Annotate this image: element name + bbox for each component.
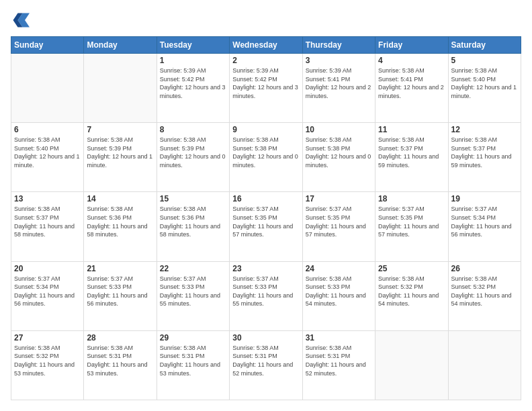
day-info: Sunrise: 5:37 AM Sunset: 5:34 PM Dayligh…	[451, 205, 518, 238]
day-info: Sunrise: 5:37 AM Sunset: 5:33 PM Dayligh…	[232, 275, 299, 308]
calendar-cell: 15Sunrise: 5:38 AM Sunset: 5:36 PM Dayli…	[157, 192, 229, 261]
day-number: 21	[87, 264, 153, 273]
day-info: Sunrise: 5:38 AM Sunset: 5:39 PM Dayligh…	[87, 136, 153, 169]
calendar-cell: 3Sunrise: 5:39 AM Sunset: 5:41 PM Daylig…	[302, 54, 375, 123]
day-number: 19	[451, 194, 518, 203]
day-info: Sunrise: 5:38 AM Sunset: 5:31 PM Dayligh…	[232, 344, 299, 377]
calendar-cell: 4Sunrise: 5:38 AM Sunset: 5:41 PM Daylig…	[375, 54, 448, 123]
week-row-4: 20Sunrise: 5:37 AM Sunset: 5:34 PM Dayli…	[11, 261, 521, 330]
day-number: 29	[160, 333, 226, 342]
calendar-cell: 28Sunrise: 5:38 AM Sunset: 5:31 PM Dayli…	[84, 330, 157, 400]
calendar-cell: 9Sunrise: 5:38 AM Sunset: 5:38 PM Daylig…	[230, 123, 302, 192]
day-info: Sunrise: 5:38 AM Sunset: 5:41 PM Dayligh…	[378, 66, 445, 100]
calendar-cell: 12Sunrise: 5:38 AM Sunset: 5:37 PM Dayli…	[448, 123, 521, 192]
day-number: 2	[232, 56, 299, 65]
day-number: 28	[87, 333, 153, 342]
calendar-cell	[375, 330, 448, 400]
calendar-cell: 27Sunrise: 5:38 AM Sunset: 5:32 PM Dayli…	[11, 330, 84, 400]
calendar-cell: 23Sunrise: 5:37 AM Sunset: 5:33 PM Dayli…	[230, 261, 302, 330]
day-info: Sunrise: 5:37 AM Sunset: 5:35 PM Dayligh…	[306, 205, 372, 238]
day-info: Sunrise: 5:38 AM Sunset: 5:31 PM Dayligh…	[87, 344, 153, 377]
calendar-cell: 26Sunrise: 5:38 AM Sunset: 5:32 PM Dayli…	[448, 261, 521, 330]
day-info: Sunrise: 5:38 AM Sunset: 5:33 PM Dayligh…	[306, 275, 372, 308]
day-number: 9	[232, 125, 299, 134]
day-number: 8	[160, 125, 226, 134]
day-number: 18	[378, 194, 445, 203]
calendar-cell	[84, 54, 157, 123]
day-number: 26	[451, 264, 518, 273]
calendar-cell: 24Sunrise: 5:38 AM Sunset: 5:33 PM Dayli…	[302, 261, 375, 330]
day-info: Sunrise: 5:39 AM Sunset: 5:42 PM Dayligh…	[232, 66, 299, 100]
day-info: Sunrise: 5:38 AM Sunset: 5:37 PM Dayligh…	[378, 136, 445, 169]
calendar-cell: 25Sunrise: 5:38 AM Sunset: 5:32 PM Dayli…	[375, 261, 448, 330]
page: SundayMondayTuesdayWednesdayThursdayFrid…	[0, 0, 532, 411]
day-info: Sunrise: 5:38 AM Sunset: 5:39 PM Dayligh…	[160, 136, 226, 169]
day-number: 1	[160, 56, 226, 65]
day-info: Sunrise: 5:37 AM Sunset: 5:35 PM Dayligh…	[232, 205, 299, 238]
week-row-5: 27Sunrise: 5:38 AM Sunset: 5:32 PM Dayli…	[11, 330, 521, 400]
top-section	[11, 11, 521, 30]
day-info: Sunrise: 5:38 AM Sunset: 5:32 PM Dayligh…	[451, 275, 518, 308]
calendar-cell: 19Sunrise: 5:37 AM Sunset: 5:34 PM Dayli…	[448, 192, 521, 261]
calendar-table: SundayMondayTuesdayWednesdayThursdayFrid…	[11, 36, 521, 400]
calendar-cell: 1Sunrise: 5:39 AM Sunset: 5:42 PM Daylig…	[157, 54, 229, 123]
day-info: Sunrise: 5:38 AM Sunset: 5:37 PM Dayligh…	[14, 205, 81, 238]
day-number: 22	[160, 264, 226, 273]
day-info: Sunrise: 5:38 AM Sunset: 5:32 PM Dayligh…	[14, 344, 81, 377]
calendar-cell: 17Sunrise: 5:37 AM Sunset: 5:35 PM Dayli…	[302, 192, 375, 261]
day-info: Sunrise: 5:37 AM Sunset: 5:34 PM Dayligh…	[14, 275, 81, 308]
day-info: Sunrise: 5:38 AM Sunset: 5:37 PM Dayligh…	[451, 136, 518, 169]
day-info: Sunrise: 5:38 AM Sunset: 5:32 PM Dayligh…	[378, 275, 445, 308]
day-number: 14	[87, 194, 153, 203]
day-number: 11	[378, 125, 445, 134]
week-row-1: 1Sunrise: 5:39 AM Sunset: 5:42 PM Daylig…	[11, 54, 521, 123]
calendar-cell: 6Sunrise: 5:38 AM Sunset: 5:40 PM Daylig…	[11, 123, 84, 192]
calendar-cell: 31Sunrise: 5:38 AM Sunset: 5:31 PM Dayli…	[302, 330, 375, 400]
day-info: Sunrise: 5:37 AM Sunset: 5:33 PM Dayligh…	[160, 275, 226, 308]
weekday-header-monday: Monday	[84, 37, 157, 54]
weekday-header-friday: Friday	[375, 37, 448, 54]
day-number: 3	[306, 56, 372, 65]
day-number: 10	[306, 125, 372, 134]
day-number: 25	[378, 264, 445, 273]
day-number: 17	[306, 194, 372, 203]
day-info: Sunrise: 5:38 AM Sunset: 5:36 PM Dayligh…	[160, 205, 226, 238]
day-info: Sunrise: 5:39 AM Sunset: 5:41 PM Dayligh…	[306, 66, 372, 100]
day-info: Sunrise: 5:38 AM Sunset: 5:38 PM Dayligh…	[232, 136, 299, 169]
calendar-cell: 20Sunrise: 5:37 AM Sunset: 5:34 PM Dayli…	[11, 261, 84, 330]
day-number: 23	[232, 264, 299, 273]
day-number: 27	[14, 333, 81, 342]
day-number: 16	[232, 194, 299, 203]
logo-icon	[11, 11, 30, 30]
day-number: 20	[14, 264, 81, 273]
logo	[11, 11, 32, 30]
day-info: Sunrise: 5:38 AM Sunset: 5:38 PM Dayligh…	[306, 136, 372, 169]
day-number: 5	[451, 56, 518, 65]
day-number: 4	[378, 56, 445, 65]
calendar-cell	[11, 54, 84, 123]
week-row-2: 6Sunrise: 5:38 AM Sunset: 5:40 PM Daylig…	[11, 123, 521, 192]
day-info: Sunrise: 5:38 AM Sunset: 5:31 PM Dayligh…	[160, 344, 226, 377]
weekday-header-saturday: Saturday	[448, 37, 521, 54]
week-row-3: 13Sunrise: 5:38 AM Sunset: 5:37 PM Dayli…	[11, 192, 521, 261]
calendar-cell: 10Sunrise: 5:38 AM Sunset: 5:38 PM Dayli…	[302, 123, 375, 192]
calendar-cell: 14Sunrise: 5:38 AM Sunset: 5:36 PM Dayli…	[84, 192, 157, 261]
calendar-cell: 7Sunrise: 5:38 AM Sunset: 5:39 PM Daylig…	[84, 123, 157, 192]
calendar-cell: 16Sunrise: 5:37 AM Sunset: 5:35 PM Dayli…	[230, 192, 302, 261]
day-number: 31	[306, 333, 372, 342]
day-number: 12	[451, 125, 518, 134]
weekday-header-thursday: Thursday	[302, 37, 375, 54]
calendar-cell: 5Sunrise: 5:38 AM Sunset: 5:40 PM Daylig…	[448, 54, 521, 123]
calendar-cell: 11Sunrise: 5:38 AM Sunset: 5:37 PM Dayli…	[375, 123, 448, 192]
calendar-cell: 18Sunrise: 5:37 AM Sunset: 5:35 PM Dayli…	[375, 192, 448, 261]
calendar-cell: 2Sunrise: 5:39 AM Sunset: 5:42 PM Daylig…	[230, 54, 302, 123]
day-info: Sunrise: 5:37 AM Sunset: 5:33 PM Dayligh…	[87, 275, 153, 308]
day-info: Sunrise: 5:39 AM Sunset: 5:42 PM Dayligh…	[160, 66, 226, 100]
weekday-header-sunday: Sunday	[11, 37, 84, 54]
weekday-header-row: SundayMondayTuesdayWednesdayThursdayFrid…	[11, 37, 521, 54]
day-number: 15	[160, 194, 226, 203]
calendar-cell: 21Sunrise: 5:37 AM Sunset: 5:33 PM Dayli…	[84, 261, 157, 330]
day-number: 30	[232, 333, 299, 342]
day-number: 13	[14, 194, 81, 203]
calendar-cell: 8Sunrise: 5:38 AM Sunset: 5:39 PM Daylig…	[157, 123, 229, 192]
